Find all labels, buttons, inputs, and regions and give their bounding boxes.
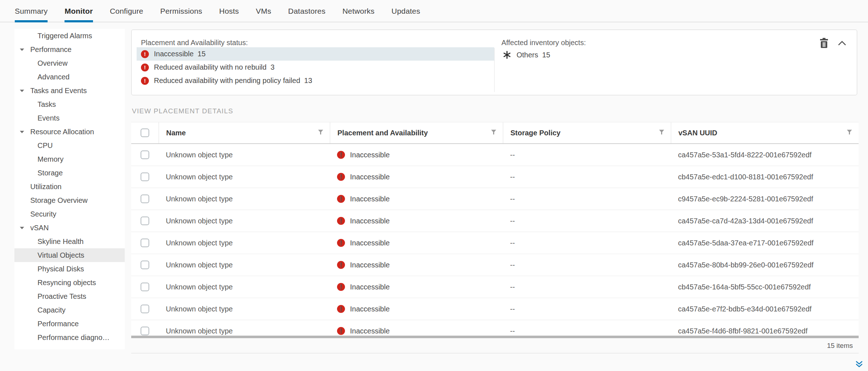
error-icon: ! [141, 77, 149, 85]
vsan-uuid-cell: ca457a5e-80b4-bb99-26e0-001e67592edf [671, 261, 859, 269]
sidebar-item-tasks[interactable]: Tasks [14, 97, 125, 111]
row-checkbox[interactable] [141, 305, 149, 313]
sidebar-item-storage-overview[interactable]: Storage Overview [14, 193, 125, 207]
row-checkbox[interactable] [141, 239, 149, 247]
sidebar-item-security[interactable]: Security [14, 207, 125, 221]
table-row[interactable]: Unknown object type ! Inaccessible -- ca… [131, 232, 859, 254]
double-chevron-down-icon [855, 364, 863, 369]
placement-availability-cell: ! Inaccessible [330, 305, 503, 313]
row-checkbox[interactable] [141, 217, 149, 225]
sidebar-item-performance[interactable]: Performance [14, 43, 125, 56]
sidebar-item-utilization[interactable]: Utilization [14, 180, 125, 193]
placement-availability-cell: ! Inaccessible [330, 173, 503, 181]
row-checkbox-cell [131, 327, 159, 335]
status-row-reduced-availability-with-no-rebuild[interactable]: ! Reduced availability with no rebuild 3 [137, 61, 494, 74]
table-row[interactable]: Unknown object type ! Inaccessible -- ca… [131, 254, 859, 276]
error-icon: ! [337, 305, 345, 313]
sidebar-item-events[interactable]: Events [14, 111, 125, 125]
table-body: Unknown object type ! Inaccessible -- ca… [131, 144, 859, 336]
table-row[interactable]: Unknown object type ! Inaccessible -- ca… [131, 320, 859, 336]
tab-updates[interactable]: Updates [391, 0, 420, 22]
sidebar-item-triggered-alarms[interactable]: Triggered Alarms [14, 29, 125, 43]
filter-icon[interactable] [491, 130, 496, 136]
tab-summary[interactable]: Summary [15, 0, 48, 22]
row-checkbox[interactable] [141, 283, 149, 291]
row-checkbox[interactable] [141, 150, 149, 159]
vsan-uuid-cell: ca457a5e-53a1-5fd4-8222-001e67592edf [671, 151, 859, 159]
row-checkbox[interactable] [141, 195, 149, 203]
placement-availability-cell: ! Inaccessible [330, 327, 503, 335]
table-row[interactable]: Unknown object type ! Inaccessible -- cb… [131, 166, 859, 188]
sidebar-item-capacity[interactable]: Capacity [14, 303, 125, 317]
row-checkbox-cell [131, 217, 159, 225]
sidebar-item-performance-diagno[interactable]: Performance diagno… [14, 331, 125, 344]
sidebar-item-overview[interactable]: Overview [14, 56, 125, 70]
status-row-reduced-availability-with-pending-policy-failed[interactable]: ! Reduced availability with pending poli… [137, 74, 494, 87]
sidebar-item-resource-allocation[interactable]: Resource Allocation [14, 125, 125, 139]
sidebar-item-performance[interactable]: Performance [14, 317, 125, 331]
tab-networks[interactable]: Networks [342, 0, 375, 22]
affected-objects-title: Affected inventory objects: [501, 39, 586, 47]
select-all-checkbox[interactable] [141, 128, 149, 137]
affected-row-others[interactable]: Others 15 [503, 49, 550, 61]
caret-down-icon[interactable] [19, 130, 30, 134]
error-icon: ! [337, 151, 345, 159]
collapse-panel-button[interactable] [838, 41, 846, 45]
row-checkbox[interactable] [141, 327, 149, 335]
caret-down-icon[interactable] [19, 226, 30, 230]
row-checkbox-cell [131, 150, 159, 159]
placement-availability-cell: ! Inaccessible [330, 195, 503, 203]
select-all-cell [131, 122, 159, 143]
sidebar-item-virtual-objects[interactable]: Virtual Objects [14, 248, 125, 262]
status-row-inaccessible[interactable]: ! Inaccessible 15 [137, 47, 494, 61]
row-checkbox[interactable] [141, 173, 149, 181]
status-list: ! Inaccessible 15 ! Reduced availability… [137, 47, 494, 87]
name-cell: Unknown object type [159, 283, 330, 291]
table-row[interactable]: Unknown object type ! Inaccessible -- ca… [131, 298, 859, 320]
sidebar-item-proactive-tests[interactable]: Proactive Tests [14, 289, 125, 303]
expand-bottom-panel-button[interactable] [855, 361, 863, 368]
tab-datastores[interactable]: Datastores [288, 0, 326, 22]
storage-policy-cell: -- [503, 151, 671, 159]
row-checkbox[interactable] [141, 261, 149, 269]
caret-down-icon[interactable] [19, 48, 30, 51]
sidebar-item-tasks-and-events[interactable]: Tasks and Events [14, 84, 125, 97]
table-row[interactable]: Unknown object type ! Inaccessible -- cb… [131, 276, 859, 298]
tab-configure[interactable]: Configure [110, 0, 143, 22]
sidebar-item-resyncing-objects[interactable]: Resyncing objects [14, 276, 125, 289]
sidebar-item-skyline-health[interactable]: Skyline Health [14, 235, 125, 248]
sidebar-item-vsan[interactable]: vSAN [14, 221, 125, 235]
sidebar-item-cpu[interactable]: CPU [14, 139, 125, 152]
row-checkbox-cell [131, 305, 159, 313]
tab-vms[interactable]: VMs [256, 0, 271, 22]
caret-down-icon[interactable] [19, 89, 30, 92]
sidebar-item-advanced[interactable]: Advanced [14, 70, 125, 84]
column-header-vsan-uuid[interactable]: vSAN UUID [671, 122, 859, 143]
chevron-up-icon [838, 41, 846, 47]
placement-availability-cell: ! Inaccessible [330, 239, 503, 247]
column-header-placement-and-availability[interactable]: Placement and Availability [330, 122, 503, 143]
horizontal-scrollbar[interactable] [131, 336, 859, 338]
filter-icon[interactable] [318, 130, 323, 136]
sidebar-item-physical-disks[interactable]: Physical Disks [14, 262, 125, 276]
table-row[interactable]: Unknown object type ! Inaccessible -- ca… [131, 210, 859, 232]
filter-icon[interactable] [659, 130, 664, 136]
trash-icon [819, 44, 829, 49]
table-row[interactable]: Unknown object type ! Inaccessible -- c9… [131, 188, 859, 210]
filter-icon[interactable] [847, 130, 852, 136]
card-divider [494, 48, 495, 92]
sidebar-item-storage[interactable]: Storage [14, 166, 125, 180]
sidebar-item-memory[interactable]: Memory [14, 152, 125, 166]
error-icon: ! [141, 64, 149, 71]
column-header-storage-policy[interactable]: Storage Policy [503, 122, 671, 143]
table-header-row: Name Placement and Availability Storage … [131, 122, 859, 144]
tab-monitor[interactable]: Monitor [65, 0, 93, 22]
asterisk-icon [503, 51, 511, 59]
table-row[interactable]: Unknown object type ! Inaccessible -- ca… [131, 144, 859, 166]
placement-availability-cell: ! Inaccessible [330, 217, 503, 225]
delete-button[interactable] [819, 38, 829, 48]
tab-permissions[interactable]: Permissions [160, 0, 203, 22]
vsan-uuid-cell: ca457a5e-f4d6-8fbf-9821-001e67592edf [671, 327, 859, 335]
column-header-name[interactable]: Name [159, 122, 330, 143]
tab-hosts[interactable]: Hosts [219, 0, 239, 22]
